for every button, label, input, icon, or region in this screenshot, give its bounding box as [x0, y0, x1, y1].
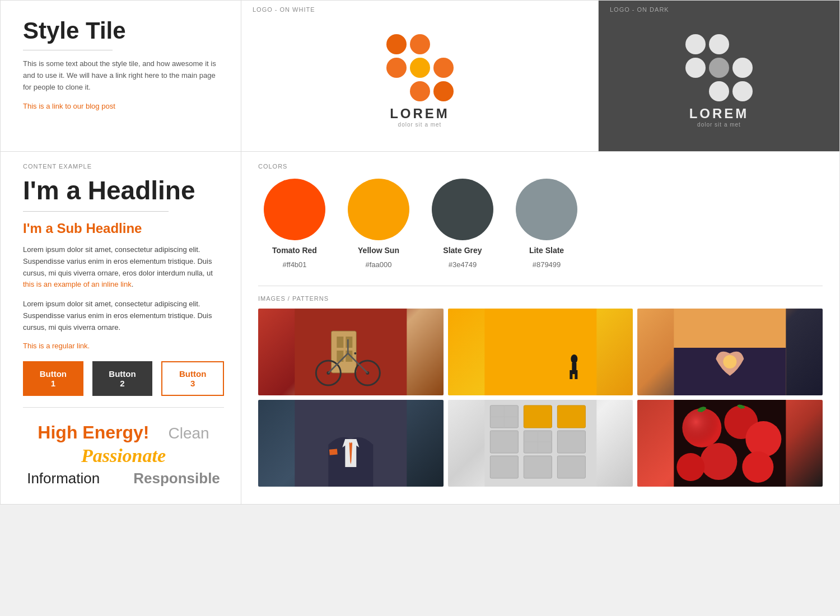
color-hex-tomato: #ff4b01 [282, 260, 306, 269]
dot-d6 [732, 58, 753, 78]
logo-on-white-panel: LOGO - ON WHITE LOREM dolor sit a met [241, 1, 599, 152]
dot-d9 [732, 81, 753, 101]
dot-d5 [709, 58, 729, 78]
mood-row-1: High Energy! Clean [23, 422, 224, 443]
svg-rect-33 [557, 431, 585, 453]
svg-point-46 [677, 453, 705, 481]
button-2[interactable]: Button 2 [92, 361, 153, 396]
logo-subtext-white: dolor sit a met [398, 122, 442, 128]
logo-white-container: LOREM dolor sit a met [386, 16, 454, 146]
logo-subtext-dark: dolor sit a met [697, 122, 741, 128]
color-item-tomato: Tomato Red #ff4b01 [264, 179, 325, 269]
heart-svg [637, 309, 823, 395]
dot-d8 [709, 81, 729, 101]
color-name-slate: Slate Grey [443, 246, 482, 255]
mood-row-2: Passionate [23, 445, 224, 466]
mood-words-section: High Energy! Clean Passionate Informatio… [23, 417, 224, 493]
dot-d2 [709, 34, 729, 54]
color-hex-yellow: #faa000 [366, 260, 392, 269]
images-section-label: IMAGES / PATTERNS [258, 286, 823, 302]
main-headline: I'm a Headline [23, 175, 224, 206]
svg-point-7 [354, 352, 356, 354]
svg-point-41 [683, 408, 722, 447]
svg-rect-18 [570, 370, 572, 379]
inline-link[interactable]: this is an example of an inline link [23, 280, 132, 288]
dot-d3 [732, 34, 753, 54]
dot-d7 [685, 81, 706, 101]
color-hex-slate: #3e4749 [449, 260, 477, 269]
top-left-panel: Style Tile This is some text about the s… [1, 1, 241, 152]
svg-rect-29 [524, 405, 552, 428]
button-3[interactable]: Button 3 [161, 361, 224, 396]
body-text-1: Lorem ipsum dolor sit amet, consectetur … [23, 244, 224, 291]
bike-svg [258, 309, 444, 395]
svg-rect-5 [337, 351, 343, 362]
svg-rect-28 [490, 456, 518, 478]
yellow-svg [448, 309, 633, 395]
logo-dark-container: LOREM dolor sit a met [685, 16, 753, 146]
dot-1 [386, 34, 407, 54]
body-text-2: Lorem ipsum dolor sit amet, consectetur … [23, 298, 224, 333]
color-circle-tomato [264, 179, 325, 240]
mood-passionate: Passionate [81, 445, 166, 466]
color-item-yellow: Yellow Sun #faa000 [348, 179, 409, 269]
color-name-yellow: Yellow Sun [358, 246, 399, 255]
blog-link[interactable]: This is a link to our blog post [23, 102, 115, 110]
logo-dots-dark [685, 34, 753, 101]
page-title: Style Tile [23, 17, 224, 44]
color-name-lite: Lite Slate [529, 246, 564, 255]
image-suit [258, 400, 444, 487]
svg-rect-24 [329, 449, 338, 455]
image-yellow [448, 309, 633, 395]
svg-rect-32 [557, 405, 585, 428]
suit-svg [258, 400, 444, 487]
logo-text-white: LOREM [390, 106, 450, 122]
color-item-lite: Lite Slate #879499 [516, 179, 577, 269]
title-divider [23, 50, 113, 50]
dot-7 [386, 81, 407, 101]
style-tile-container: Style Tile This is some text about the s… [0, 0, 840, 505]
svg-rect-19 [575, 370, 577, 379]
mood-row-3: Information Responsible [23, 470, 224, 487]
svg-rect-4 [346, 337, 352, 348]
body-text-1-content: Lorem ipsum dolor sit amet, consectetur … [23, 245, 213, 277]
mood-high-energy: High Energy! [38, 422, 149, 443]
buttons-divider [23, 407, 224, 408]
dot-9 [433, 81, 454, 101]
logo-dots-white [386, 34, 454, 101]
sub-headline: I'm a Sub Headline [23, 221, 224, 236]
button-1[interactable]: Button 1 [23, 361, 83, 396]
tomatoes-svg [637, 400, 823, 487]
color-circle-lite [516, 179, 577, 240]
svg-point-45 [743, 451, 774, 483]
dot-d4 [685, 58, 706, 78]
content-section-label: CONTENT EXAMPLE [23, 163, 224, 170]
regular-link[interactable]: This is a regular link. [23, 342, 224, 350]
building-svg [448, 400, 633, 487]
images-grid [258, 309, 823, 487]
color-circle-yellow [348, 179, 409, 240]
logo-on-dark-panel: LOGO - ON DARK LOREM dolor sit a met [599, 1, 839, 152]
dot-2 [410, 34, 430, 54]
image-heart [637, 309, 823, 395]
dot-3 [433, 34, 454, 54]
image-tomatoes [637, 400, 823, 487]
color-hex-lite: #879499 [533, 260, 561, 269]
svg-point-16 [571, 354, 577, 363]
svg-rect-27 [490, 431, 518, 453]
svg-point-43 [746, 421, 782, 457]
colors-section-label: COLORS [258, 163, 823, 170]
svg-rect-34 [557, 456, 585, 478]
image-building [448, 400, 633, 487]
dot-d1 [685, 34, 706, 54]
logo-dark-label: LOGO - ON DARK [610, 6, 669, 13]
dot-5 [410, 58, 430, 78]
svg-point-22 [724, 355, 737, 368]
svg-rect-3 [337, 337, 343, 348]
svg-rect-31 [524, 456, 552, 478]
color-item-slate: Slate Grey #3e4749 [432, 179, 493, 269]
image-bike [258, 309, 444, 395]
svg-rect-15 [484, 309, 596, 395]
color-circle-slate [432, 179, 493, 240]
dot-8 [410, 81, 430, 101]
